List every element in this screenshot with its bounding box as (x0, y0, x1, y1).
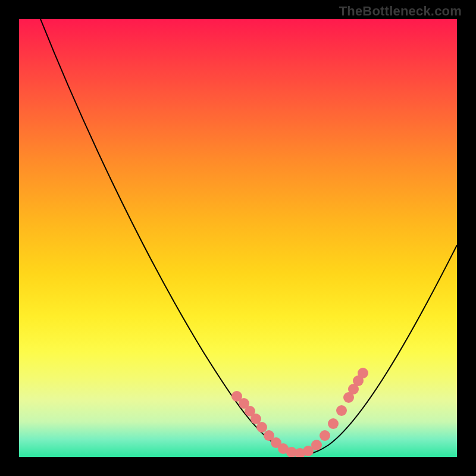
bottleneck-curve (40, 19, 457, 455)
plot-area (19, 19, 457, 457)
data-point (328, 418, 339, 429)
attribution-text: TheBottleneck.com (339, 4, 462, 19)
data-point (311, 440, 322, 450)
data-point (336, 405, 347, 416)
outer-frame: TheBottleneck.com (0, 0, 476, 476)
data-point (358, 368, 368, 378)
data-point (256, 422, 267, 433)
highlight-dots (231, 368, 368, 457)
chart-svg (19, 19, 457, 457)
data-point (320, 430, 330, 441)
